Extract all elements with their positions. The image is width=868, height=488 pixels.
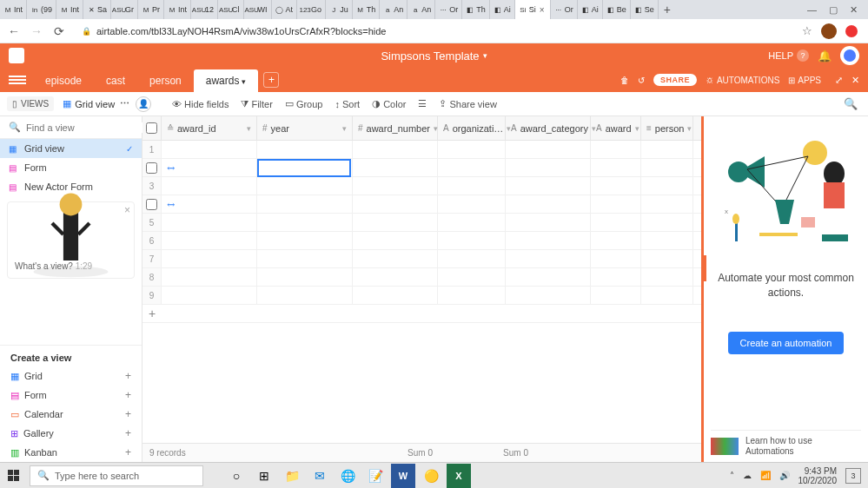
cell[interactable]: ⤢ [162,159,257,176]
base-title[interactable]: Simpsons Template ▾ [381,49,487,63]
history-icon[interactable]: ↺ [638,76,645,85]
cell[interactable] [438,214,506,231]
cell[interactable] [257,268,353,286]
browser-tab[interactable]: ASUWI [244,0,272,19]
group-button[interactable]: ▭ Group [285,98,323,109]
cell[interactable] [438,177,506,195]
row-number[interactable]: 3 [142,177,162,195]
row-number[interactable] [142,195,162,213]
window-maximize[interactable]: ▢ [829,4,838,16]
row-number[interactable]: 9 [142,287,162,304]
browser-tab[interactable]: MInt [56,0,83,19]
cell[interactable] [506,250,591,267]
table-tab-cast[interactable]: cast [94,69,137,92]
create-view-gallery[interactable]: ⊞Gallery+ [0,424,142,443]
cell[interactable] [506,141,591,158]
table-tab-awards[interactable]: awards▾ [194,69,259,92]
cell[interactable] [257,214,353,231]
table-row[interactable]: ⤢ [142,159,701,177]
cell[interactable] [591,141,641,158]
find-view-input[interactable] [26,122,146,133]
cell[interactable] [257,250,353,267]
browser-tab[interactable]: ···Or [435,0,462,19]
cell[interactable] [162,287,257,304]
clock[interactable]: 9:43 PM 10/2/2020 [798,466,838,485]
column-header-award_id[interactable]: ≙award_id▾ [162,116,257,140]
window-minimize[interactable]: — [807,4,817,16]
cell[interactable] [641,287,693,304]
cell[interactable] [438,195,506,213]
create-view-form[interactable]: ▤Form+ [0,386,142,405]
apps-button[interactable]: ⊞ APPS [788,76,821,85]
cell[interactable] [353,195,438,213]
cell[interactable] [162,250,257,267]
browser-tab[interactable]: ◧Ai [578,0,603,19]
browser-tab[interactable]: ASU12 [191,0,218,19]
browser-tab[interactable]: in(99 [27,0,56,19]
chrome-icon[interactable]: 🟡 [419,464,443,488]
cell[interactable] [641,232,693,249]
start-button[interactable] [0,470,26,481]
edge-icon[interactable]: 🌐 [335,464,360,488]
column-header-year[interactable]: #year▾ [257,116,353,140]
collapse-handle[interactable] [701,255,706,281]
browser-tab[interactable]: aAn [380,0,407,19]
table-row[interactable]: ⤢ [142,195,701,214]
task-view-icon[interactable]: ⊞ [252,464,276,488]
cell[interactable]: ⤢ [162,195,257,213]
cell[interactable] [353,159,438,176]
column-header-organizati[interactable]: Aorganizati…▾ [438,116,506,140]
url-box[interactable]: 🔒 airtable.com/tbl33LayNOH4RsmA/viw38w1o… [75,24,793,38]
table-row[interactable]: 5 [142,214,701,232]
share-button[interactable]: SHARE [653,74,697,86]
help-button[interactable]: HELP ? [768,49,809,62]
browser-tab[interactable]: JJu [326,0,353,19]
cell[interactable] [438,159,506,176]
trash-icon[interactable]: 🗑 [620,76,629,85]
cell[interactable] [353,214,438,231]
find-view-search[interactable]: 🔍 ⚙ [0,116,142,139]
row-height-button[interactable]: ☰ [418,98,427,109]
table-row[interactable]: 1 [142,141,701,159]
browser-tab[interactable]: aAn [407,0,435,19]
views-button[interactable]: ▯ VIEWS [7,96,54,111]
sort-button[interactable]: ↕ Sort [335,99,360,109]
select-all-checkbox[interactable] [142,116,162,140]
profile-avatar[interactable] [821,23,837,39]
notepad-icon[interactable]: 📝 [363,464,388,488]
back-button[interactable]: ← [7,24,21,38]
create-view-kanban[interactable]: ▥Kanban+ [0,443,142,462]
browser-tab[interactable]: ◧Be [603,0,631,19]
browser-tab[interactable]: ···Or [551,0,578,19]
close-icon[interactable]: × [124,204,130,216]
reload-button[interactable]: ⟳ [52,24,66,38]
browser-tab[interactable]: ◧Ai [490,0,515,19]
cell[interactable] [353,177,438,195]
create-automation-button[interactable]: Create an automation [728,332,845,354]
close-tab-icon[interactable]: × [538,5,547,14]
cell[interactable] [438,268,506,286]
cell[interactable] [591,287,641,304]
browser-tab[interactable]: ✕Sa [83,0,111,19]
cell[interactable] [641,250,693,267]
excel-icon[interactable]: X [447,464,471,488]
cell[interactable] [506,287,591,304]
column-header-award_category[interactable]: Aaward_category▾ [506,116,591,140]
cell[interactable] [506,159,591,176]
cell[interactable] [162,214,257,231]
row-number[interactable]: 1 [142,141,162,158]
table-tab-episode[interactable]: episode [33,69,94,92]
row-number[interactable] [142,159,162,176]
cortana-icon[interactable]: ○ [224,464,248,488]
cell[interactable] [257,195,353,213]
expand-icon[interactable]: ⤢ [835,75,843,86]
learn-automations-link[interactable]: Learn how to use Automations [711,430,861,457]
cell[interactable] [506,195,591,213]
cell[interactable] [591,195,641,213]
sidebar-view-item[interactable]: ▦Grid view✓ [0,139,142,158]
cell[interactable] [591,250,641,267]
table-row[interactable]: 7 [142,250,701,268]
add-collaborator-button[interactable]: 👤 [136,96,151,112]
wifi-icon[interactable]: 📶 [760,471,771,480]
bell-icon[interactable]: 🔔 [818,49,832,63]
